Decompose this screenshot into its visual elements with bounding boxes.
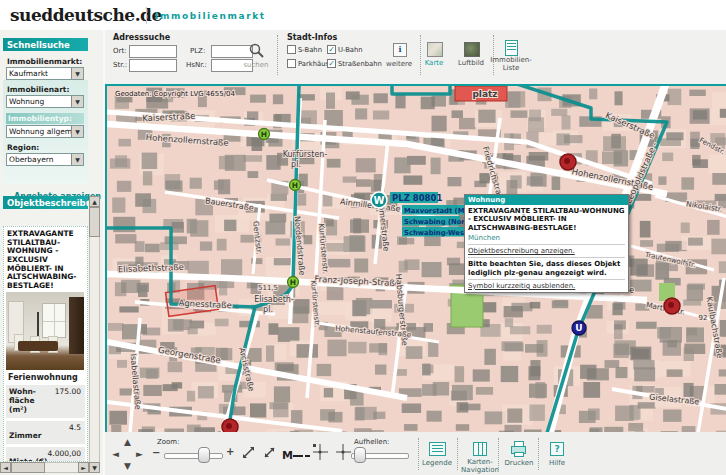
- object-headline: EXTRAVAGANTE STILALTBAU-WOHNUNG -EXCLUSI…: [7, 230, 84, 290]
- detail-row: Wohn-fläche (m²)175.00: [6, 385, 85, 418]
- dropdown-1[interactable]: Wohnung▼: [6, 95, 84, 108]
- street-label: 511,5: [258, 284, 278, 292]
- object-description-title: Objektbeschreibung: [3, 196, 88, 209]
- ort-input[interactable]: [129, 45, 177, 58]
- tram-stop-marker[interactable]: H: [288, 277, 299, 288]
- street-label: 92: [699, 314, 708, 322]
- logo-divider: [146, 7, 147, 24]
- checkbox-label[interactable]: S-Bahn: [298, 46, 322, 54]
- checkbox-label[interactable]: Straßenbahn: [338, 60, 382, 68]
- map-view-icon[interactable]: [427, 42, 443, 57]
- legend-button[interactable]: Legende: [415, 459, 459, 467]
- field-label: Immobilientyp:: [6, 113, 84, 124]
- field-label: Immobilienmarkt:: [7, 57, 88, 66]
- checkbox-label[interactable]: U-Bahn: [338, 46, 363, 54]
- str-input[interactable]: [129, 59, 177, 72]
- dropdown-0[interactable]: Kaufmarkt▼: [6, 67, 84, 80]
- plz-marker[interactable]: W: [371, 192, 387, 208]
- pan-down-arrow[interactable]: ▼: [124, 462, 131, 471]
- toolbar-separator: [498, 438, 499, 470]
- zoom-out-button[interactable]: −: [152, 447, 160, 458]
- object-description-panel: EXTRAVAGANTE STILALTBAU-WOHNUNG -EXCLUSI…: [3, 226, 88, 462]
- help-icon[interactable]: ?: [550, 442, 564, 456]
- property-photo: [6, 292, 84, 370]
- city-map[interactable]: KaiserstraßeKaiserstraßeHohenzollernstra…: [107, 86, 726, 434]
- toolbar-separator: [420, 35, 421, 75]
- map-navigation-button[interactable]: Karten-Navigation: [459, 458, 501, 474]
- scroll-down-arrow[interactable]: ▼: [89, 462, 100, 473]
- tooltip-note: Bitte beachten Sie, dass dieses Objekt l…: [468, 257, 625, 277]
- zoom-label: Zoom:: [157, 438, 180, 446]
- ubahn-station-marker[interactable]: U: [572, 321, 586, 335]
- map-view-button[interactable]: Karte: [419, 59, 449, 67]
- pan-right-arrow[interactable]: ►: [136, 450, 143, 459]
- object-category: Ferienwohnung: [8, 373, 87, 382]
- dropdown-value: Kaufmarkt: [9, 69, 48, 78]
- checkbox-s-bahn[interactable]: [287, 45, 296, 54]
- map-canvas[interactable]: KaiserstraßeKaiserstraßeHohenzollernstra…: [105, 84, 726, 436]
- section-title: Immobilienmarkt: [155, 11, 266, 21]
- tooltip-description-link[interactable]: Objektbeschreibung anzeigen.: [468, 244, 625, 255]
- legend-icon[interactable]: [429, 442, 446, 456]
- horizontal-scroll-thumb[interactable]: [11, 462, 45, 473]
- tooltip-hide-link[interactable]: Symbol kurzzeitig ausblenden.: [468, 279, 625, 290]
- print-button[interactable]: Drucken: [503, 459, 535, 467]
- street-label: Elisabeth-: [254, 295, 294, 304]
- chevron-down-icon[interactable]: ▼: [71, 96, 83, 107]
- scroll-up-arrow[interactable]: ▲: [89, 196, 100, 207]
- scroll-right-arrow[interactable]: ►: [78, 462, 89, 473]
- info-icon[interactable]: i: [393, 43, 407, 57]
- dropdown-3[interactable]: Oberbayern▼: [6, 153, 84, 166]
- property-list-button[interactable]: Immobilien-Liste: [488, 56, 534, 72]
- tooltip-title: Wohnung: [465, 195, 628, 205]
- scroll-left-arrow[interactable]: ◄: [0, 462, 11, 473]
- field-label: Region:: [7, 143, 88, 152]
- chevron-down-icon[interactable]: ▼: [71, 126, 83, 137]
- street-label: platz: [472, 89, 497, 99]
- center-marker-icon[interactable]: [312, 443, 329, 461]
- zoom-slider-handle[interactable]: [198, 447, 210, 463]
- vertical-scroll-thumb[interactable]: [89, 207, 100, 237]
- property-marker[interactable]: [664, 298, 680, 314]
- print-icon[interactable]: [511, 441, 525, 457]
- detail-row: Miete (€)4.000,00: [6, 447, 85, 462]
- scale-icon[interactable]: M: [282, 444, 310, 460]
- tram-stop-marker[interactable]: H: [290, 180, 301, 191]
- street-label: Kurfürsten-: [283, 150, 328, 159]
- help-button[interactable]: Hilfe: [543, 459, 571, 467]
- property-list-icon[interactable]: [505, 40, 518, 56]
- resize-map-icon[interactable]: [241, 445, 256, 460]
- sidebar: Schnellsuche Immobilienmarkt:Kaufmarkt▼I…: [0, 30, 103, 475]
- checkbox-u-bahn[interactable]: ✓: [327, 45, 336, 54]
- property-marker[interactable]: [560, 154, 576, 170]
- more-button[interactable]: weitere: [383, 60, 415, 68]
- plz-label: PLZ:: [190, 47, 205, 55]
- crosshair-icon[interactable]: [335, 443, 352, 461]
- checkbox-straßenbahn[interactable]: ✓: [327, 59, 336, 68]
- dropdown-2[interactable]: Wohnung allgemein▼: [6, 125, 84, 138]
- quick-search-title: Schnellsuche: [3, 38, 88, 51]
- aerial-view-icon[interactable]: [464, 42, 480, 57]
- brighten-slider-handle[interactable]: [354, 447, 366, 463]
- checkbox-parkhäuser[interactable]: [287, 59, 296, 68]
- tram-stop-marker[interactable]: H: [259, 129, 270, 140]
- aerial-view-button[interactable]: Luftbild: [455, 59, 487, 67]
- zoom-in-button[interactable]: +: [226, 446, 234, 457]
- photo-wardrobe: [69, 297, 84, 354]
- quick-search-fields: Immobilienmarkt:Kaufmarkt▼Immobilienart:…: [3, 52, 88, 167]
- chevron-down-icon[interactable]: ▼: [71, 154, 83, 165]
- shrink-map-icon[interactable]: [262, 445, 277, 460]
- vertical-scrollbar[interactable]: [89, 196, 100, 473]
- zoom-slider-track[interactable]: [164, 453, 223, 459]
- search-button-label[interactable]: suchen: [241, 61, 271, 69]
- detail-label: Zimmer: [9, 431, 55, 440]
- pan-up-arrow[interactable]: ▲: [124, 438, 131, 447]
- pan-left-arrow[interactable]: ◄: [112, 450, 119, 459]
- search-icon[interactable]: [247, 42, 265, 60]
- str-label: Str.:: [113, 61, 127, 69]
- chevron-down-icon[interactable]: ▼: [71, 68, 83, 79]
- dropdown-value: Oberbayern: [9, 155, 53, 164]
- sueddeutsche-logo[interactable]: sueddeutsche.de: [10, 5, 162, 25]
- street-label: pl.: [291, 160, 301, 169]
- map-navigation-icon[interactable]: [473, 442, 487, 456]
